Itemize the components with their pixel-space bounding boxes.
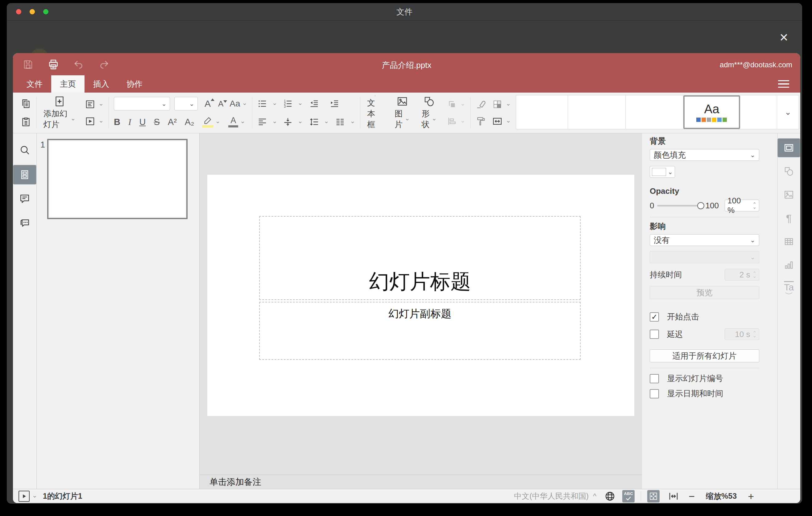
chevron-down-icon[interactable]: ⌄ — [272, 100, 277, 106]
slide-title-text: 幻灯片标题 — [369, 268, 471, 296]
paste-icon[interactable] — [20, 116, 31, 127]
opacity-spinner[interactable]: 100 % ⌃⌄ — [725, 200, 759, 211]
document-title: 产品介绍.pptx — [13, 60, 800, 71]
titlebar: 文件 — [7, 3, 802, 21]
account-email: adm***@dootask.com — [720, 60, 792, 69]
color-scheme-icon[interactable] — [492, 99, 502, 110]
chevron-down-icon[interactable]: ⌄ — [272, 118, 277, 124]
language-label[interactable]: 中文(中华人民共和国) — [514, 491, 589, 501]
chevron-down-icon[interactable]: ⌄ — [215, 118, 220, 124]
slide-title-placeholder[interactable]: 幻灯片标题 — [259, 216, 581, 300]
slide-subtitle-placeholder[interactable]: 幻灯片副标题 — [259, 302, 581, 360]
chevron-down-icon[interactable]: ⌄ — [298, 118, 303, 124]
minimize-window-button[interactable] — [30, 9, 35, 15]
columns-icon[interactable] — [335, 117, 345, 127]
add-slide-button[interactable]: 添加幻灯片⌄ — [42, 96, 78, 130]
slide-layout-icon[interactable] — [85, 99, 95, 110]
chevron-down-icon[interactable]: ⌄ — [240, 118, 245, 124]
background-color-swatch — [652, 168, 666, 176]
fit-slide-icon[interactable] — [647, 490, 660, 503]
tab-file[interactable]: 文件 — [18, 75, 51, 93]
vertical-align-icon[interactable] — [283, 117, 293, 127]
underline-button[interactable]: U — [140, 117, 146, 127]
theme-item-selected[interactable]: Aa — [683, 95, 740, 129]
zoom-in-icon[interactable]: + — [748, 491, 754, 501]
delay-checkbox[interactable] — [650, 329, 659, 339]
chevron-down-icon[interactable]: ⌄ — [32, 492, 37, 498]
theme-gallery-expand-icon[interactable]: ⌄ — [777, 95, 799, 129]
font-color-icon[interactable]: A ⌄ — [228, 116, 245, 127]
line-spacing-icon[interactable] — [309, 117, 319, 127]
check-icon: ✓ — [651, 313, 658, 321]
tab-collaboration[interactable]: 协作 — [118, 75, 151, 93]
theme-item[interactable] — [516, 95, 568, 129]
increase-indent-icon[interactable] — [329, 99, 339, 109]
globe-icon[interactable] — [604, 491, 615, 502]
italic-button[interactable]: I — [128, 117, 132, 127]
opacity-slider[interactable] — [657, 205, 701, 206]
menu-icon[interactable] — [778, 80, 789, 88]
search-icon[interactable] — [13, 140, 36, 160]
insert-textbox-button[interactable]: 文本框 — [365, 96, 385, 130]
background-color-picker[interactable]: ⌄ — [650, 166, 675, 178]
numbered-list-icon[interactable]: 123 — [283, 99, 293, 109]
duration-value: 2 s — [740, 270, 750, 280]
slide-size-icon[interactable] — [492, 116, 502, 126]
decrease-font-icon[interactable]: A — [218, 100, 223, 108]
chevron-down-icon[interactable]: ⌄ — [324, 118, 329, 124]
copy-style-icon[interactable] — [475, 116, 486, 126]
slides-panel-icon[interactable] — [13, 165, 36, 184]
insert-shape-button[interactable]: 形状⌄ — [419, 96, 438, 130]
theme-item[interactable] — [568, 95, 625, 129]
spellcheck-icon[interactable]: ABC — [622, 490, 635, 503]
chevron-down-icon[interactable]: ⌄ — [506, 100, 511, 107]
font-size-select[interactable]: ⌄ — [174, 97, 198, 111]
chevron-down-icon[interactable]: ⌄ — [506, 117, 511, 123]
close-window-button[interactable] — [16, 9, 21, 15]
tab-insert[interactable]: 插入 — [85, 75, 118, 93]
show-date-time-checkbox[interactable] — [650, 389, 659, 398]
comments-icon[interactable] — [13, 189, 36, 209]
zoom-out-icon[interactable]: − — [689, 491, 695, 501]
clear-style-icon[interactable] — [475, 99, 486, 110]
chevron-down-icon[interactable]: ⌄ — [98, 100, 104, 107]
bold-button[interactable]: B — [114, 117, 120, 127]
strikethrough-button[interactable]: S — [154, 117, 160, 127]
tab-home[interactable]: 主页 — [51, 75, 85, 93]
decrease-indent-icon[interactable] — [309, 99, 319, 109]
bullet-list-icon[interactable] — [257, 99, 267, 109]
font-name-select[interactable]: ⌄ — [114, 97, 170, 111]
close-preview-icon[interactable]: ✕ — [779, 32, 788, 43]
theme-item[interactable] — [740, 95, 777, 129]
change-case-icon[interactable]: Aa⌄ — [230, 99, 247, 108]
start-slideshow-icon[interactable] — [85, 116, 95, 126]
opacity-slider-thumb[interactable] — [697, 202, 704, 209]
chat-icon[interactable] — [13, 213, 36, 233]
slide-canvas[interactable]: 幻灯片标题 幻灯片副标题 — [200, 133, 642, 475]
slide-settings-icon[interactable] — [778, 138, 800, 157]
start-on-click-checkbox[interactable]: ✓ — [650, 312, 659, 322]
apply-to-all-slides-button[interactable]: 适用于所有幻灯片 — [650, 349, 759, 362]
superscript-button[interactable]: A² — [168, 117, 177, 127]
increase-font-icon[interactable]: A — [205, 99, 211, 108]
background-fill-select[interactable]: 颜色填充 ⌄ — [650, 149, 759, 161]
chevron-down-icon[interactable]: ⌄ — [752, 205, 756, 208]
home-toolbar: 添加幻灯片⌄ ⌄ ⌄ ⌄ ⌄ A A A — [13, 93, 800, 133]
notes-area[interactable]: 单击添加备注 — [200, 475, 642, 489]
theme-item[interactable] — [626, 95, 683, 129]
highlight-color-icon[interactable]: ⌄ — [202, 117, 220, 127]
chevron-down-icon[interactable]: ⌄ — [350, 118, 355, 124]
horizontal-align-icon[interactable] — [257, 117, 267, 127]
chevron-down-icon[interactable]: ⌄ — [98, 117, 104, 123]
fit-width-icon[interactable] — [668, 491, 679, 501]
zoom-window-button[interactable] — [43, 9, 49, 15]
show-slide-number-checkbox[interactable] — [650, 374, 659, 383]
slide-thumbnail[interactable] — [47, 139, 187, 219]
chevron-down-icon[interactable]: ⌄ — [298, 100, 303, 106]
copy-icon[interactable] — [20, 98, 31, 109]
current-slide[interactable]: 幻灯片标题 幻灯片副标题 — [207, 175, 634, 416]
effect-select[interactable]: 没有 ⌄ — [650, 234, 759, 246]
insert-image-button[interactable]: 图片⌄ — [393, 96, 411, 130]
start-slideshow-status-icon[interactable] — [19, 491, 30, 502]
subscript-button[interactable]: A₂ — [185, 117, 194, 127]
